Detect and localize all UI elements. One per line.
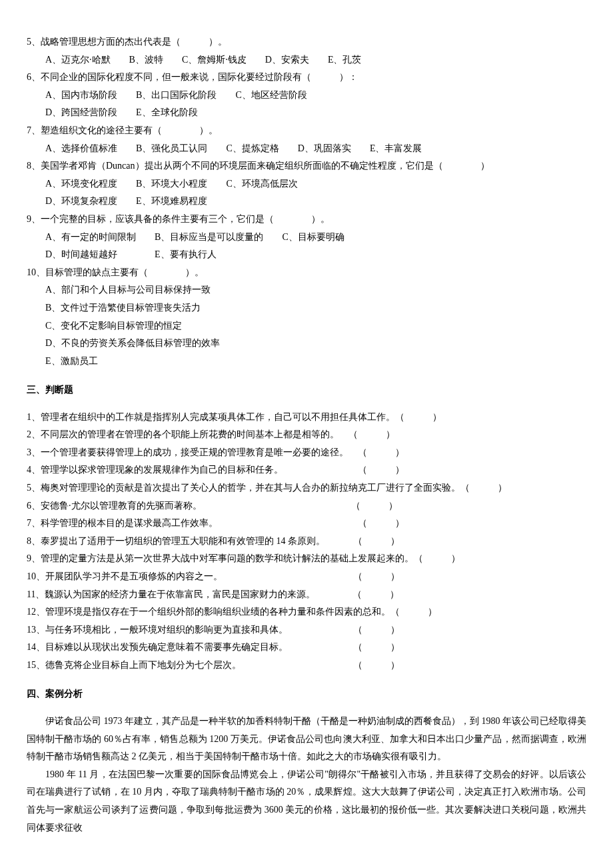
tf-item-9: 9、管理的定量方法是从第一次世界大战中对军事问题的数学和统计解法的基础上发展起来… (27, 550, 586, 568)
tf-item-2: 2、不同层次的管理者在管理的各个职能上所花费的时间基本上都是相等的。 （ ） (27, 426, 586, 444)
q10-option-a: A、部门和个人目标与公司目标保持一致 (27, 281, 586, 299)
q6-options-1: A、国内市场阶段 B、出口国际化阶段 C、地区经营阶段 (27, 87, 586, 105)
tf-item-4: 4、管理学以探求管理现象的发展规律作为自己的目标和任务。 （ ） (27, 461, 586, 479)
tf-item-14: 14、目标难以从现状出发预先确定意味着不需要事先确定目标。 （ ） (27, 639, 586, 657)
tf-item-13: 13、与任务环境相比，一般环境对组织的影响更为直接和具体。 （ ） (27, 621, 586, 639)
q9-options-1: A、有一定的时间限制 B、目标应当是可以度量的 C、目标要明确 (27, 229, 586, 247)
question-7: 7、塑造组织文化的途径主要有（ ）。 A、选择价值标准 B、强化员工认同 C、提… (27, 122, 586, 157)
tf-item-10: 10、开展团队学习并不是五项修炼的内容之一。 （ ） (27, 568, 586, 586)
case-paragraph-1: 伊诺食品公司 1973 年建立，其产品是一种半软的加香料特制干酪（干酪是一种奶油… (27, 713, 586, 766)
question-6: 6、不同企业的国际化程度不同，但一般来说，国际化要经过阶段有（ ）： A、国内市… (27, 69, 586, 122)
tf-item-12: 12、管理环境是指仅存在于一个组织外部的影响组织业绩的各种力量和条件因素的总和。… (27, 603, 586, 621)
q8-options-2: D、环境复杂程度 E、环境难易程度 (27, 193, 586, 211)
question-8: 8、美国学者邓肯（Duncan）提出从两个不同的环境层面来确定组织所面临的不确定… (27, 157, 586, 211)
q10-option-c: C、变化不定影响目标管理的恒定 (27, 317, 586, 335)
q10-option-b: B、文件过于浩繁使目标管理丧失活力 (27, 299, 586, 317)
tf-item-11: 11、魏源认为国家的经济力量在于依靠富民，富民是国家财力的来源。 （ ） (27, 586, 586, 604)
section-4-title: 四、案例分析 (27, 685, 586, 703)
q7-options: A、选择价值标准 B、强化员工认同 C、提炼定格 D、巩固落实 E、丰富发展 (27, 140, 586, 158)
q10-stem: 10、目标管理的缺点主要有（ ）。 (27, 264, 586, 282)
case-paragraph-2: 1980 年 11 月，在法国巴黎一次重要的国际食品博览会上，伊诺公司"朗得尔"… (27, 766, 586, 837)
tf-item-15: 15、德鲁克将企业目标自上而下地划分为七个层次。 （ ） (27, 657, 586, 675)
q9-stem: 9、一个完整的目标，应该具备的条件主要有三个，它们是（ ）。 (27, 211, 586, 229)
section-3-title: 三、判断题 (27, 381, 586, 399)
q6-stem: 6、不同企业的国际化程度不同，但一般来说，国际化要经过阶段有（ ）： (27, 69, 586, 87)
tf-item-3: 3、一个管理者要获得管理上的成功，接受正规的管理教育是唯一必要的途径。 （ ） (27, 444, 586, 462)
tf-item-6: 6、安德鲁·尤尔以管理教育的先驱而著称。 （ ） (27, 497, 586, 515)
q5-stem: 5、战略管理思想方面的杰出代表是（ ）。 (27, 33, 586, 51)
tf-item-8: 8、泰罗提出了适用于一切组织的管理五大职能和有效管理的 14 条原则。 （ ） (27, 533, 586, 551)
q9-options-2: D、时间越短越好 E、要有执行人 (27, 246, 586, 264)
q5-options: A、迈克尔·哈默 B、波特 C、詹姆斯·钱皮 D、安索夫 E、孔茨 (27, 51, 586, 69)
q8-stem: 8、美国学者邓肯（Duncan）提出从两个不同的环境层面来确定组织所面临的不确定… (27, 157, 586, 175)
tf-item-5: 5、梅奥对管理理论的贡献是首次提出了关心人的哲学，并在其与人合办的新拉纳克工厂进… (27, 479, 586, 497)
q10-option-d: D、不良的劳资关系会降低目标管理的效率 (27, 335, 586, 353)
q8-options-1: A、环境变化程度 B、环境大小程度 C、环境高低层次 (27, 175, 586, 193)
tf-item-1: 1、管理者在组织中的工作就是指挥别人完成某项具体工作，自己可以不用担任具体工作。… (27, 409, 586, 427)
q6-options-2: D、跨国经营阶段 E、全球化阶段 (27, 104, 586, 122)
true-false-list: 1、管理者在组织中的工作就是指挥别人完成某项具体工作，自己可以不用担任具体工作。… (27, 409, 586, 675)
q10-option-e: E、激励员工 (27, 353, 586, 371)
question-9: 9、一个完整的目标，应该具备的条件主要有三个，它们是（ ）。 A、有一定的时间限… (27, 211, 586, 264)
question-10: 10、目标管理的缺点主要有（ ）。 A、部门和个人目标与公司目标保持一致 B、文… (27, 264, 586, 371)
q7-stem: 7、塑造组织文化的途径主要有（ ）。 (27, 122, 586, 140)
question-5: 5、战略管理思想方面的杰出代表是（ ）。 A、迈克尔·哈默 B、波特 C、詹姆斯… (27, 33, 586, 69)
tf-item-7: 7、科学管理的根本目的是谋求最高工作效率。 （ ） (27, 515, 586, 533)
